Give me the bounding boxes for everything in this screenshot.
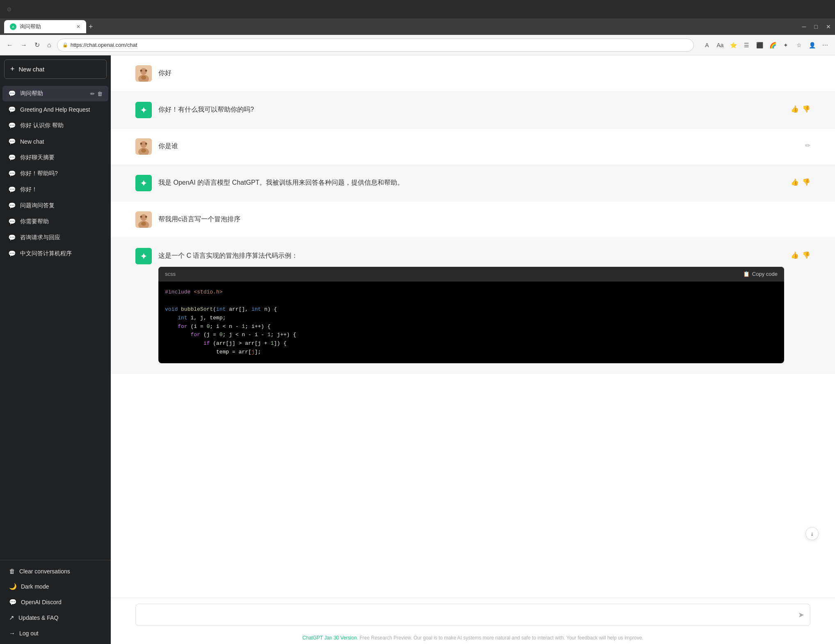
chat-icon: 💬 (8, 186, 16, 193)
svg-point-4 (145, 70, 147, 72)
sidebar-item-wenti[interactable]: 💬 问题询问答复 (2, 198, 108, 213)
chat-icon: 💬 (8, 122, 16, 129)
ai-avatar: ✦ (135, 248, 152, 264)
message-row: 帮我用c语言写一个冒泡排序 (111, 202, 835, 238)
sidebar-top: + New chat (0, 55, 111, 83)
sidebar-item-xunwen-bangzhu[interactable]: 💬 询问帮助 ✏ 🗑 (2, 86, 108, 101)
sidebar-item-label: 你需要帮助 (20, 218, 103, 225)
chat-main: 你好 ✦ 你好！有什么我可以帮助你的吗? 👍 👎 (111, 55, 835, 644)
sidebar-logout[interactable]: → Log out (3, 626, 108, 641)
nav-bar: ← → ↻ ⌂ 🔒 https://chat.openai.com/chat A… (0, 35, 835, 55)
send-button[interactable]: ➤ (798, 610, 804, 619)
sidebar-dark-mode[interactable]: 🌙 Dark mode (3, 579, 108, 594)
sidebar-item-label: Greeting And Help Request (20, 106, 103, 113)
sidebar-clear-conversations[interactable]: 🗑 Clear conversations (3, 564, 108, 579)
chat-icon: 💬 (8, 106, 16, 113)
sidebar-item-label: 你好！帮助吗? (20, 170, 103, 177)
read-aloud-icon[interactable]: Aa (715, 40, 725, 50)
fav-icon[interactable]: ⭐ (728, 40, 738, 50)
tab-close-btn[interactable]: ✕ (76, 24, 80, 30)
code-line: int i, j, temp; (165, 314, 778, 323)
svg-point-20 (145, 216, 147, 218)
browser-menu-icon[interactable]: ⚙ (4, 5, 14, 14)
message-text: 帮我用c语言写一个冒泡排序 (158, 211, 810, 228)
dark-mode-label: Dark mode (21, 583, 49, 590)
close-button[interactable]: ✕ (826, 23, 831, 30)
sidebar-discord[interactable]: 💬 OpenAI Discord (3, 594, 108, 610)
sidebar-item-zixun[interactable]: 💬 咨询请求与回应 (2, 230, 108, 245)
sidebar-item-nihao[interactable]: 💬 你好！ (2, 182, 108, 197)
code-line: void bubbleSort(int arr[], int n) { (165, 305, 778, 314)
code-line: temp = arr[j]; (165, 348, 778, 357)
thumbs-up-button[interactable]: 👍 (791, 178, 799, 186)
chat-icon: 💬 (8, 154, 16, 161)
more-icon[interactable]: ⋯ (820, 40, 830, 50)
sidebar-updates[interactable]: ↗ Updates & FAQ (3, 610, 108, 626)
tab-favicon: A (10, 23, 16, 30)
sidebar-item-new-chat[interactable]: 💬 New chat (2, 134, 108, 149)
message-row: ✦ 这是一个 C 语言实现的冒泡排序算法代码示例： scss 📋 Copy co… (111, 238, 835, 374)
maximize-button[interactable]: □ (814, 23, 818, 30)
translate-icon[interactable]: A (702, 40, 712, 50)
sidebar-item-summary[interactable]: 💬 你好聊天摘要 (2, 150, 108, 165)
chat-icon: 💬 (8, 250, 16, 257)
message-row: 你好 (111, 55, 835, 92)
browser-tab-active[interactable]: A 询问帮助 ✕ (4, 20, 86, 33)
favorites-icon[interactable]: ☆ (794, 40, 804, 50)
collection-icon[interactable]: ☰ (741, 40, 751, 50)
message-text: 这是一个 C 语言实现的冒泡排序算法代码示例： scss 📋 Copy code… (158, 248, 784, 363)
copy-code-button[interactable]: 📋 Copy code (743, 271, 778, 277)
copy-label: Copy code (752, 271, 778, 277)
chat-icon: 💬 (8, 202, 16, 209)
chat-icon: 💬 (8, 234, 16, 241)
svg-text:✦: ✦ (140, 251, 147, 261)
sidebar-item-zhongwen[interactable]: 💬 中文问答计算机程序 (2, 246, 108, 261)
footer: ChatGPT Jan 30 Version. Free Research Pr… (111, 632, 835, 644)
sidebar-item-greeting[interactable]: 💬 Greeting And Help Request (2, 102, 108, 117)
chat-input[interactable] (142, 604, 798, 626)
message-row: ✦ 你好！有什么我可以帮助你的吗? 👍 👎 (111, 92, 835, 128)
message-actions: 👍 👎 (791, 175, 810, 191)
refresh-button[interactable]: ↻ (33, 39, 41, 50)
sidebar-item-help-q[interactable]: 💬 你好！帮助吗? (2, 166, 108, 181)
sidebar-item-xuyao[interactable]: 💬 你需要帮助 (2, 214, 108, 229)
thumbs-up-button[interactable]: 👍 (791, 251, 799, 259)
message-row: ✦ 我是 OpenAI 的语言模型 ChatGPT。我被训练用来回答各种问题，提… (111, 165, 835, 202)
svg-point-3 (140, 70, 142, 72)
new-chat-label: New chat (19, 66, 45, 73)
ext3-icon[interactable]: ✦ (781, 40, 791, 50)
message-actions: ✏ (805, 138, 810, 155)
code-line: for (i = 0; i < n - 1; i++) { (165, 323, 778, 331)
clear-label: Clear conversations (19, 568, 70, 575)
back-button[interactable]: ← (5, 40, 15, 50)
moon-icon: 🌙 (9, 583, 17, 590)
footer-link[interactable]: ChatGPT Jan 30 Version (302, 635, 357, 641)
ext2-icon[interactable]: 🌈 (768, 40, 778, 50)
code-lang: scss (165, 270, 176, 279)
forward-button[interactable]: → (19, 40, 29, 50)
updates-label: Updates & FAQ (18, 614, 58, 621)
sidebar-item-label: New chat (20, 138, 103, 145)
thumbs-down-button[interactable]: 👎 (802, 251, 810, 259)
edit-chat-button[interactable]: ✏ (90, 91, 95, 97)
logout-label: Log out (19, 630, 39, 637)
logout-icon: → (9, 630, 15, 637)
new-tab-button[interactable]: + (89, 23, 93, 31)
delete-chat-button[interactable]: 🗑 (97, 91, 103, 97)
account-icon[interactable]: 👤 (807, 40, 817, 50)
thumbs-up-button[interactable]: 👍 (791, 105, 799, 113)
minimize-button[interactable]: ─ (802, 23, 806, 30)
thumbs-down-button[interactable]: 👎 (802, 178, 810, 186)
thumbs-down-button[interactable]: 👎 (802, 105, 810, 113)
edit-message-button[interactable]: ✏ (805, 142, 810, 149)
message-text: 你好 (158, 65, 810, 82)
message-actions: 👍 👎 (791, 248, 810, 363)
new-chat-button[interactable]: + New chat (4, 60, 107, 79)
ext1-icon[interactable]: ⬛ (755, 40, 764, 50)
home-button[interactable]: ⌂ (46, 40, 53, 50)
svg-point-11 (140, 143, 142, 145)
address-bar[interactable]: 🔒 https://chat.openai.com/chat (57, 39, 694, 52)
sidebar-item-ni-hao[interactable]: 💬 你好 认识你 帮助 (2, 118, 108, 133)
discord-icon: 💬 (9, 598, 17, 606)
scroll-down-button[interactable]: ↓ (805, 527, 819, 540)
